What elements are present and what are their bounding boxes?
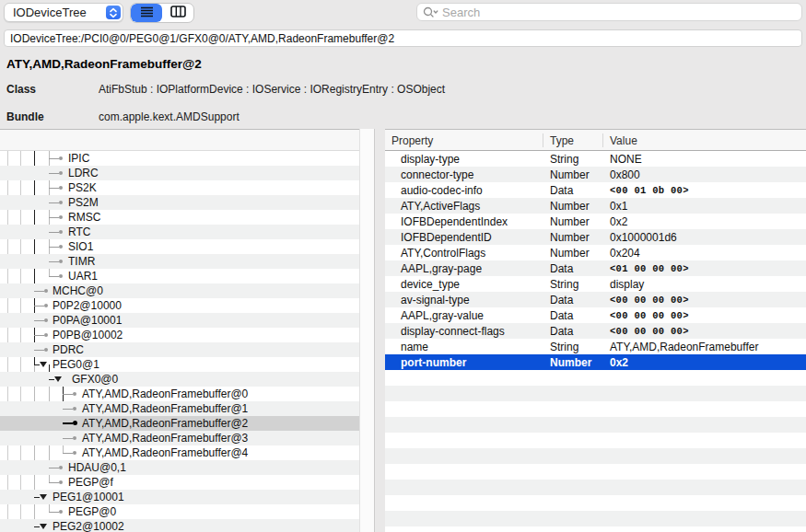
tree-row[interactable]: HDAU@0,1 <box>0 460 359 475</box>
list-view-icon <box>140 5 154 21</box>
tree-branch-line <box>49 261 59 262</box>
tree-branch-dot-icon <box>59 171 63 175</box>
disclosure-triangle-icon[interactable] <box>40 362 47 367</box>
tree-item-label: PS2M <box>68 196 99 209</box>
property-value: 0x2 <box>610 215 627 228</box>
tree-item-label: HDAU@0,1 <box>68 461 126 474</box>
tree-item-label: PEGP@f <box>68 476 113 489</box>
tree-branch-dot-icon <box>59 230 63 234</box>
tree-branch-line <box>49 468 59 468</box>
property-name: ATY,ActiveFlags <box>401 200 480 213</box>
tree-scrollbar[interactable] <box>359 129 375 532</box>
tree-row[interactable]: P0P2@10000 <box>0 298 359 313</box>
tree-row[interactable]: PS2K <box>0 180 359 195</box>
tree-branch-line <box>49 188 59 189</box>
tree-row[interactable]: SIO1 <box>0 239 359 254</box>
property-row[interactable]: ATY,ControlFlagsNumber0x204 <box>385 245 806 260</box>
empty-row <box>385 433 806 448</box>
property-value: <00 00 00 00> <box>610 310 689 321</box>
property-row[interactable]: device_typeStringdisplay <box>385 276 806 292</box>
column-header-value[interactable]: Value <box>610 134 637 147</box>
tree-branch-line <box>34 335 44 336</box>
disclosure-triangle-icon[interactable] <box>54 376 62 382</box>
property-row[interactable]: ATY,ActiveFlagsNumber0x1 <box>385 198 806 214</box>
tree-item-label: P0PB@10002 <box>53 329 123 341</box>
tree-branch-line <box>34 306 44 306</box>
tree-row[interactable]: PEGP@f <box>0 475 359 490</box>
property-name: AAPL,gray-page <box>401 262 482 275</box>
tree-branch-dot-icon <box>73 407 76 411</box>
tree-row[interactable]: P0PB@10002 <box>0 328 359 342</box>
plane-selector-value: IODeviceTree <box>13 6 87 19</box>
popup-stepper-icon <box>106 6 121 19</box>
tree-row[interactable]: TIMR <box>0 254 359 269</box>
property-value: display <box>610 278 644 291</box>
property-row[interactable]: port-numberNumber0x2 <box>385 354 806 370</box>
tree-row[interactable]: GFX0@0 <box>0 372 359 387</box>
tree-row[interactable]: ATY,AMD,RadeonFramebuffer@2 <box>0 416 359 431</box>
property-row[interactable]: av-signal-typeData<00 00 00 00> <box>385 292 806 307</box>
property-table-header: Property Type Value <box>385 129 806 151</box>
tree-branch-dot-icon <box>73 436 76 440</box>
tree-branch-line <box>49 482 59 483</box>
class-label: Class <box>6 83 36 96</box>
tree-item-label: ATY,AMD,RadeonFramebuffer@1 <box>82 402 248 415</box>
tree-row[interactable]: PEG1@10001 <box>0 490 359 504</box>
property-row[interactable]: IOFBDependentIDNumber0x1000001d6 <box>385 229 806 245</box>
tree-row[interactable]: PEG2@10002 <box>0 519 359 532</box>
tree-row[interactable]: UAR1 <box>0 269 359 283</box>
property-row[interactable]: connector-typeNumber0x800 <box>385 167 806 182</box>
tree-row[interactable]: LDRC <box>0 166 359 180</box>
tree-row[interactable]: PEG0@1 <box>0 357 359 372</box>
tree-row[interactable]: ATY,AMD,RadeonFramebuffer@1 <box>0 401 359 416</box>
empty-row <box>385 464 806 480</box>
property-name: av-signal-type <box>401 294 470 306</box>
tree-row[interactable]: ATY,AMD,RadeonFramebuffer@0 <box>0 387 359 401</box>
search-field[interactable] <box>416 3 802 21</box>
property-name: port-number <box>401 356 466 369</box>
list-view-button[interactable] <box>131 4 162 22</box>
property-row[interactable]: display-connect-flagsData<00 00 00 00> <box>385 323 806 339</box>
property-type: Number <box>550 231 590 244</box>
plane-selector-dropdown[interactable]: IODeviceTree <box>4 3 123 22</box>
column-header-type[interactable]: Type <box>550 134 574 147</box>
column-divider[interactable] <box>602 133 603 147</box>
tree-row[interactable]: ATY,AMD,RadeonFramebuffer@4 <box>0 445 359 460</box>
tree-branch-line <box>49 276 59 277</box>
tree-branch-dot-icon <box>44 348 48 352</box>
tree-row[interactable]: ATY,AMD,RadeonFramebuffer@3 <box>0 431 359 445</box>
disclosure-triangle-icon[interactable] <box>40 494 47 500</box>
property-row[interactable]: IOFBDependentIndexNumber0x2 <box>385 214 806 229</box>
column-header-property[interactable]: Property <box>391 134 433 147</box>
tree-row[interactable]: IPIC <box>0 151 359 166</box>
property-type: Data <box>550 184 573 197</box>
property-row[interactable]: AAPL,gray-valueData<00 00 00 00> <box>385 307 806 323</box>
tree-row[interactable]: RTC <box>0 225 359 239</box>
tree-row[interactable]: MCHC@0 <box>0 283 359 298</box>
property-name: ATY,ControlFlags <box>401 247 485 260</box>
column-view-button[interactable] <box>162 4 193 22</box>
tree-row[interactable]: P0PA@10001 <box>0 313 359 328</box>
property-value: ATY,AMD,RadeonFramebuffer <box>610 341 758 353</box>
property-row[interactable]: AAPL,gray-pageData<01 00 00 00> <box>385 260 806 276</box>
property-row[interactable]: audio-codec-infoData<00 01 0b 00> <box>385 182 806 198</box>
tree-item-label: ATY,AMD,RadeonFramebuffer@2 <box>82 417 248 430</box>
property-value: <00 01 0b 00> <box>610 185 689 196</box>
property-value: <01 00 00 00> <box>610 263 689 274</box>
property-row[interactable]: nameStringATY,AMD,RadeonFramebuffer <box>385 339 806 354</box>
tree-row[interactable]: RMSC <box>0 210 359 225</box>
tree-item-label: RMSC <box>68 211 100 224</box>
tree-branch-line <box>49 232 59 233</box>
tree-branch-line <box>34 291 44 292</box>
tree-row[interactable]: PEGP@0 <box>0 504 359 519</box>
property-name: display-connect-flags <box>401 325 505 338</box>
tree-row[interactable]: PDRC <box>0 342 359 357</box>
class-value: AtiFbStub : IOPlatformDevice : IOService… <box>99 83 445 96</box>
search-input[interactable] <box>442 6 796 19</box>
path-bar[interactable]: IODeviceTree:/PCI0@0/PEG0@1/GFX0@0/ATY,A… <box>4 29 802 47</box>
column-divider[interactable] <box>543 133 543 147</box>
property-row[interactable]: display-typeStringNONE <box>385 151 806 167</box>
disclosure-triangle-icon[interactable] <box>40 524 47 529</box>
property-value: <00 00 00 00> <box>610 295 689 306</box>
tree-row[interactable]: PS2M <box>0 195 359 210</box>
